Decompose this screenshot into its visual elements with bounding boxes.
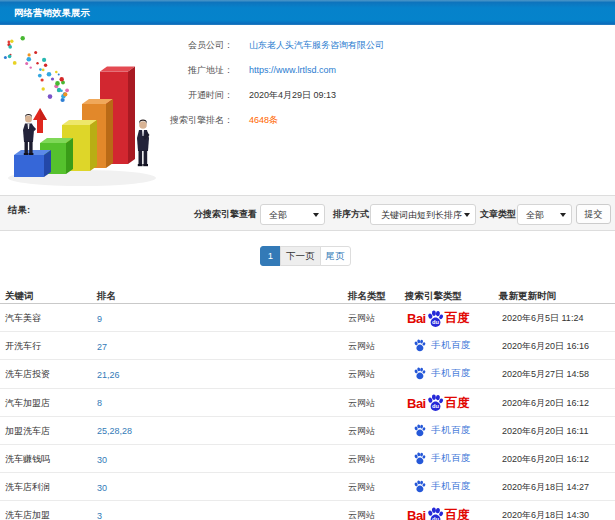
baidu-paw-icon <box>413 339 426 352</box>
open-time-value: 2020年4月29日 09:13 <box>249 90 336 100</box>
engine-cell: 手机百度 <box>405 444 499 472</box>
engine-filter-label: 分搜索引擎查看 <box>194 204 257 225</box>
company-label: 会员公司： <box>0 33 233 58</box>
table-row: 汽车美容 9 云网站 Baidu百度 2020年6月5日 11:24 <box>0 304 615 332</box>
table-row: 洗车店加盟 3 云网站 Baidu百度 2020年6月18日 14:30 <box>0 501 615 520</box>
ranking-table: 关键词 排名 排名类型 搜索引擎类型 最新更新时间 汽车美容 9 云网站 Bai… <box>0 287 615 520</box>
updated-cell: 2020年6月18日 14:30 <box>499 501 615 520</box>
keyword-cell: 洗车赚钱吗 <box>0 444 95 472</box>
rank-cell: 25,28,28 <box>95 416 348 444</box>
table-row: 洗车店利润 30 云网站 手机百度 2020年6月18日 14:27 <box>0 473 615 501</box>
updated-cell: 2020年6月18日 14:27 <box>499 473 615 501</box>
keyword-cell: 开洗车行 <box>0 332 95 360</box>
updated-cell: 2020年5月27日 14:58 <box>499 360 615 388</box>
keyword-cell: 汽车美容 <box>0 304 95 332</box>
promo-url-link[interactable]: https://www.lrtlsd.com <box>249 65 336 75</box>
keyword-cell: 洗车店利润 <box>0 473 95 501</box>
page: 网络营销效果展示 <box>0 0 615 520</box>
engine-cell: Baidu百度 <box>405 304 499 332</box>
rank-link[interactable]: 30 <box>97 483 107 493</box>
keyword-cell: 加盟洗车店 <box>0 416 95 444</box>
rank-cell: 3 <box>95 501 348 520</box>
keyword-cell: 洗车店加盟 <box>0 501 95 520</box>
info-row-company: 会员公司：山东老人头汽车服务咨询有限公司 <box>0 33 384 58</box>
header-engine: 搜索引擎类型 <box>405 287 499 304</box>
rank-type-cell: 云网站 <box>348 416 405 444</box>
rank-cell: 8 <box>95 388 348 416</box>
baidu-paw-icon <box>413 367 426 380</box>
rank-link[interactable]: 21,26 <box>97 370 120 380</box>
table-row: 开洗车行 27 云网站 手机百度 2020年6月20日 16:16 <box>0 332 615 360</box>
engine-filter-select[interactable]: 全部 <box>260 204 325 225</box>
header-rank: 排名 <box>95 287 348 304</box>
engine-cell: 手机百度 <box>405 473 499 501</box>
rank-link[interactable]: 8 <box>97 398 102 408</box>
baidu-logo: Baidu百度 <box>407 310 470 328</box>
rank-type-cell: 云网站 <box>348 332 405 360</box>
submit-button[interactable]: 提交 <box>576 204 611 224</box>
rank-type-cell: 云网站 <box>348 444 405 472</box>
rank-type-cell: 云网站 <box>348 473 405 501</box>
rank-cell: 27 <box>95 332 348 360</box>
header-updated: 最新更新时间 <box>499 287 615 304</box>
info-row-url: 推广地址：https://www.lrtlsd.com <box>0 58 336 83</box>
table-header-row: 关键词 排名 排名类型 搜索引擎类型 最新更新时间 <box>0 287 615 304</box>
info-row-open-time: 开通时间：2020年4月29日 09:13 <box>0 83 336 108</box>
engine-cell: 手机百度 <box>405 360 499 388</box>
rank-cell: 21,26 <box>95 360 348 388</box>
last-page-button[interactable]: 尾页 <box>320 246 351 266</box>
rank-cell: 30 <box>95 473 348 501</box>
title-bar: 网络营销效果展示 <box>0 0 615 25</box>
baidu-logo: Baidu百度 <box>407 394 470 412</box>
rank-link[interactable]: 3 <box>97 511 102 520</box>
table-row: 汽车加盟店 8 云网站 Baidu百度 2020年6月20日 16:12 <box>0 388 615 416</box>
rank-link[interactable]: 27 <box>97 342 107 352</box>
page-title: 网络营销效果展示 <box>14 7 90 18</box>
rank-link[interactable]: 25,28,28 <box>97 426 132 436</box>
updated-cell: 2020年6月20日 16:11 <box>499 416 615 444</box>
article-type-label: 文章类型 <box>480 204 516 225</box>
table-row: 洗车店投资 21,26 云网站 手机百度 2020年5月27日 14:58 <box>0 360 615 388</box>
baidu-paw-icon <box>413 452 426 465</box>
rank-count-value: 4648条 <box>249 115 278 125</box>
baidu-paw-icon: du <box>432 319 440 325</box>
mobile-baidu-logo: 手机百度 <box>413 452 471 465</box>
updated-cell: 2020年6月20日 16:16 <box>499 332 615 360</box>
sort-label: 排序方式 <box>333 204 369 225</box>
rank-link[interactable]: 30 <box>97 455 107 465</box>
keyword-cell: 汽车加盟店 <box>0 388 95 416</box>
updated-cell: 2020年6月5日 11:24 <box>499 304 615 332</box>
promo-url-label: 推广地址： <box>0 58 233 83</box>
rank-type-cell: 云网站 <box>348 501 405 520</box>
baidu-paw-icon <box>413 424 426 437</box>
table-row: 洗车赚钱吗 30 云网站 手机百度 2020年6月20日 16:12 <box>0 444 615 472</box>
mobile-baidu-logo: 手机百度 <box>413 339 471 352</box>
filter-bar: 结果: 分搜索引擎查看 全部 排序方式 关键词由短到长排序 文章类型 全部 提交 <box>0 195 615 231</box>
baidu-paw-icon <box>413 480 426 493</box>
rank-type-cell: 云网站 <box>348 360 405 388</box>
rank-type-cell: 云网站 <box>348 388 405 416</box>
info-row-rank-count: 搜索引擎排名：4648条 <box>0 108 278 133</box>
company-name-link[interactable]: 山东老人头汽车服务咨询有限公司 <box>249 40 384 50</box>
page-1-button[interactable]: 1 <box>260 246 281 266</box>
rank-count-label: 搜索引擎排名： <box>0 108 233 133</box>
engine-cell: 手机百度 <box>405 416 499 444</box>
result-label: 结果: <box>8 204 30 217</box>
header-keyword: 关键词 <box>0 287 95 304</box>
table-row: 加盟洗车店 25,28,28 云网站 手机百度 2020年6月20日 16:11 <box>0 416 615 444</box>
pagination: 1 下一页 尾页 <box>260 246 351 266</box>
article-type-select[interactable]: 全部 <box>517 204 572 225</box>
sort-select[interactable]: 关键词由短到长排序 <box>370 204 476 225</box>
engine-cell: 手机百度 <box>405 332 499 360</box>
next-page-button[interactable]: 下一页 <box>280 246 321 266</box>
keyword-cell: 洗车店投资 <box>0 360 95 388</box>
baidu-paw-icon: du <box>432 516 440 520</box>
rank-link[interactable]: 9 <box>97 314 102 324</box>
updated-cell: 2020年6月20日 16:12 <box>499 388 615 416</box>
mobile-baidu-logo: 手机百度 <box>413 424 471 437</box>
engine-cell: Baidu百度 <box>405 501 499 520</box>
rank-cell: 9 <box>95 304 348 332</box>
open-time-label: 开通时间： <box>0 83 233 108</box>
engine-cell: Baidu百度 <box>405 388 499 416</box>
mobile-baidu-logo: 手机百度 <box>413 367 471 380</box>
